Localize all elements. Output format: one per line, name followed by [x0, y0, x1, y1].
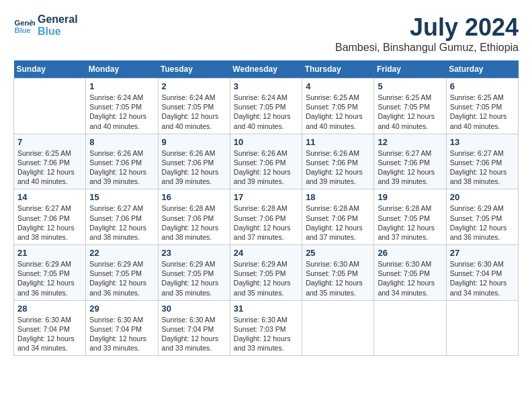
cell-content: Sunrise: 6:26 AM Sunset: 7:06 PM Dayligh… — [234, 148, 298, 187]
svg-text:Blue: Blue — [15, 26, 31, 34]
day-number: 29 — [89, 304, 154, 314]
cell-content: Sunrise: 6:30 AM Sunset: 7:04 PM Dayligh… — [162, 315, 226, 353]
column-header-sunday: Sunday — [14, 60, 86, 79]
cell-content: Sunrise: 6:26 AM Sunset: 7:06 PM Dayligh… — [306, 148, 370, 187]
cell-content: Sunrise: 6:24 AM Sunset: 7:05 PM Dayligh… — [234, 93, 298, 131]
calendar-week-row: 1Sunrise: 6:24 AM Sunset: 7:05 PM Daylig… — [14, 79, 519, 134]
calendar-cell — [14, 79, 86, 134]
cell-content: Sunrise: 6:30 AM Sunset: 7:05 PM Dayligh… — [306, 259, 370, 298]
cell-content: Sunrise: 6:27 AM Sunset: 7:06 PM Dayligh… — [17, 203, 82, 242]
day-number: 25 — [306, 248, 370, 258]
calendar-cell: 6Sunrise: 6:25 AM Sunset: 7:05 PM Daylig… — [446, 79, 518, 134]
cell-content: Sunrise: 6:24 AM Sunset: 7:05 PM Dayligh… — [162, 93, 226, 131]
cell-content: Sunrise: 6:28 AM Sunset: 7:06 PM Dayligh… — [162, 203, 226, 242]
day-number: 12 — [378, 137, 442, 147]
day-number: 28 — [17, 304, 82, 314]
day-number: 22 — [89, 248, 154, 258]
svg-text:General: General — [15, 19, 35, 27]
day-number: 31 — [234, 304, 298, 314]
day-number: 8 — [89, 137, 154, 147]
day-number: 14 — [17, 192, 82, 202]
calendar-cell: 11Sunrise: 6:26 AM Sunset: 7:06 PM Dayli… — [302, 134, 374, 189]
calendar-cell: 18Sunrise: 6:28 AM Sunset: 7:06 PM Dayli… — [302, 189, 374, 245]
calendar-cell: 16Sunrise: 6:28 AM Sunset: 7:06 PM Dayli… — [158, 189, 230, 245]
calendar-cell: 26Sunrise: 6:30 AM Sunset: 7:05 PM Dayli… — [374, 245, 446, 301]
calendar-cell: 20Sunrise: 6:29 AM Sunset: 7:05 PM Dayli… — [446, 189, 518, 245]
cell-content: Sunrise: 6:28 AM Sunset: 7:05 PM Dayligh… — [378, 203, 442, 242]
cell-content: Sunrise: 6:30 AM Sunset: 7:03 PM Dayligh… — [234, 315, 298, 353]
cell-content: Sunrise: 6:27 AM Sunset: 7:06 PM Dayligh… — [378, 148, 442, 187]
day-number: 6 — [450, 81, 515, 91]
calendar-cell: 29Sunrise: 6:30 AM Sunset: 7:04 PM Dayli… — [86, 300, 158, 356]
calendar-cell: 25Sunrise: 6:30 AM Sunset: 7:05 PM Dayli… — [302, 245, 374, 301]
title-block: July 2024 Bambesi, Binshangul Gumuz, Eth… — [335, 13, 519, 54]
calendar-cell — [374, 300, 446, 356]
calendar-week-row: 7Sunrise: 6:25 AM Sunset: 7:06 PM Daylig… — [14, 134, 519, 189]
day-number: 26 — [378, 248, 442, 258]
day-number: 20 — [450, 192, 515, 202]
calendar-cell: 28Sunrise: 6:30 AM Sunset: 7:04 PM Dayli… — [14, 300, 86, 356]
logo: General Blue General Blue — [13, 13, 78, 37]
calendar-cell: 15Sunrise: 6:27 AM Sunset: 7:06 PM Dayli… — [86, 189, 158, 245]
month-year-title: July 2024 — [335, 13, 519, 42]
cell-content: Sunrise: 6:28 AM Sunset: 7:06 PM Dayligh… — [234, 203, 298, 242]
day-number: 10 — [234, 137, 298, 147]
calendar-header-row: SundayMondayTuesdayWednesdayThursdayFrid… — [14, 60, 519, 79]
calendar-cell: 5Sunrise: 6:25 AM Sunset: 7:05 PM Daylig… — [374, 79, 446, 134]
day-number: 18 — [306, 192, 370, 202]
page-header: General Blue General Blue July 2024 Bamb… — [13, 13, 519, 54]
calendar-cell: 19Sunrise: 6:28 AM Sunset: 7:05 PM Dayli… — [374, 189, 446, 245]
cell-content: Sunrise: 6:25 AM Sunset: 7:06 PM Dayligh… — [17, 148, 82, 187]
cell-content: Sunrise: 6:27 AM Sunset: 7:06 PM Dayligh… — [89, 203, 154, 242]
cell-content: Sunrise: 6:25 AM Sunset: 7:05 PM Dayligh… — [378, 93, 442, 131]
cell-content: Sunrise: 6:29 AM Sunset: 7:05 PM Dayligh… — [450, 203, 515, 242]
calendar-cell: 4Sunrise: 6:25 AM Sunset: 7:05 PM Daylig… — [302, 79, 374, 134]
calendar-week-row: 28Sunrise: 6:30 AM Sunset: 7:04 PM Dayli… — [14, 300, 519, 356]
calendar-table: SundayMondayTuesdayWednesdayThursdayFrid… — [13, 60, 519, 356]
day-number: 9 — [162, 137, 226, 147]
logo-blue: Blue — [38, 26, 78, 38]
day-number: 23 — [162, 248, 226, 258]
column-header-thursday: Thursday — [302, 60, 374, 79]
cell-content: Sunrise: 6:26 AM Sunset: 7:06 PM Dayligh… — [89, 148, 154, 187]
cell-content: Sunrise: 6:25 AM Sunset: 7:05 PM Dayligh… — [450, 93, 515, 131]
day-number: 5 — [378, 81, 442, 91]
day-number: 17 — [234, 192, 298, 202]
day-number: 3 — [234, 81, 298, 91]
logo-general: General — [38, 13, 78, 26]
cell-content: Sunrise: 6:24 AM Sunset: 7:05 PM Dayligh… — [89, 93, 154, 131]
column-header-saturday: Saturday — [446, 60, 518, 79]
calendar-cell: 10Sunrise: 6:26 AM Sunset: 7:06 PM Dayli… — [230, 134, 302, 189]
calendar-cell — [302, 300, 374, 356]
column-header-wednesday: Wednesday — [230, 60, 302, 79]
calendar-cell: 30Sunrise: 6:30 AM Sunset: 7:04 PM Dayli… — [158, 300, 230, 356]
day-number: 13 — [450, 137, 515, 147]
calendar-week-row: 21Sunrise: 6:29 AM Sunset: 7:05 PM Dayli… — [14, 245, 519, 301]
calendar-cell: 13Sunrise: 6:27 AM Sunset: 7:06 PM Dayli… — [446, 134, 518, 189]
cell-content: Sunrise: 6:30 AM Sunset: 7:05 PM Dayligh… — [378, 259, 442, 298]
day-number: 2 — [162, 81, 226, 91]
cell-content: Sunrise: 6:25 AM Sunset: 7:05 PM Dayligh… — [306, 93, 370, 131]
calendar-cell: 21Sunrise: 6:29 AM Sunset: 7:05 PM Dayli… — [14, 245, 86, 301]
calendar-cell: 23Sunrise: 6:29 AM Sunset: 7:05 PM Dayli… — [158, 245, 230, 301]
cell-content: Sunrise: 6:30 AM Sunset: 7:04 PM Dayligh… — [17, 315, 82, 353]
calendar-cell: 31Sunrise: 6:30 AM Sunset: 7:03 PM Dayli… — [230, 300, 302, 356]
cell-content: Sunrise: 6:29 AM Sunset: 7:05 PM Dayligh… — [234, 259, 298, 298]
calendar-cell: 9Sunrise: 6:26 AM Sunset: 7:06 PM Daylig… — [158, 134, 230, 189]
day-number: 19 — [378, 192, 442, 202]
day-number: 1 — [89, 81, 154, 91]
column-header-monday: Monday — [86, 60, 158, 79]
location-subtitle: Bambesi, Binshangul Gumuz, Ethiopia — [335, 42, 519, 54]
calendar-cell: 24Sunrise: 6:29 AM Sunset: 7:05 PM Dayli… — [230, 245, 302, 301]
calendar-cell: 3Sunrise: 6:24 AM Sunset: 7:05 PM Daylig… — [230, 79, 302, 134]
calendar-cell: 22Sunrise: 6:29 AM Sunset: 7:05 PM Dayli… — [86, 245, 158, 301]
calendar-cell: 7Sunrise: 6:25 AM Sunset: 7:06 PM Daylig… — [14, 134, 86, 189]
calendar-cell: 2Sunrise: 6:24 AM Sunset: 7:05 PM Daylig… — [158, 79, 230, 134]
day-number: 4 — [306, 81, 370, 91]
calendar-week-row: 14Sunrise: 6:27 AM Sunset: 7:06 PM Dayli… — [14, 189, 519, 245]
column-header-tuesday: Tuesday — [158, 60, 230, 79]
day-number: 15 — [89, 192, 154, 202]
calendar-cell: 8Sunrise: 6:26 AM Sunset: 7:06 PM Daylig… — [86, 134, 158, 189]
cell-content: Sunrise: 6:29 AM Sunset: 7:05 PM Dayligh… — [162, 259, 226, 298]
cell-content: Sunrise: 6:30 AM Sunset: 7:04 PM Dayligh… — [89, 315, 154, 353]
